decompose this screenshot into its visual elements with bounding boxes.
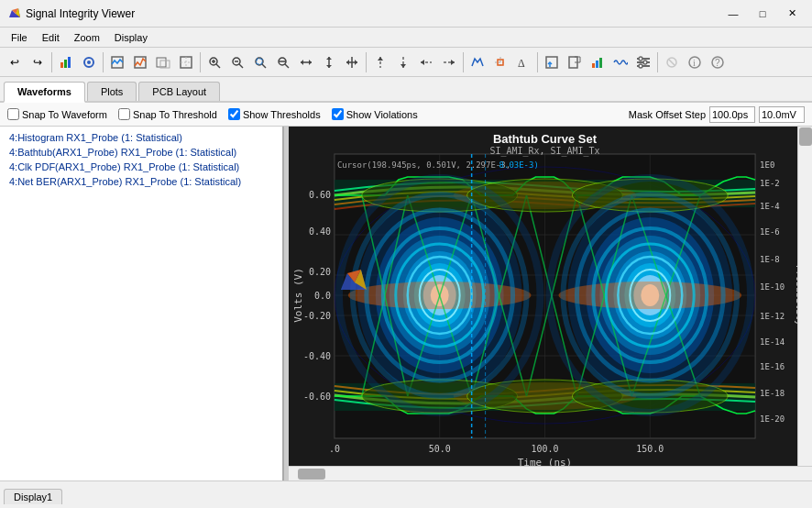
horizontal-scrollbar[interactable]: [289, 466, 812, 480]
svg-text:i: i: [693, 58, 696, 68]
waveform-item-0[interactable]: 4:Histogram RX1_Probe (1: Statistical): [5, 130, 277, 145]
show-violations-label: Show Violations: [346, 109, 418, 120]
chart-plot[interactable]: 0.60 0.40 0.20 0.0 -0.20 -0.40 -0.60 .0 …: [289, 127, 812, 466]
menu-display[interactable]: Display: [107, 30, 155, 45]
main-area: 4:Histogram RX1_Probe (1: Statistical) 4…: [0, 127, 812, 480]
status-bar: Display1: [0, 480, 812, 504]
close-button[interactable]: ✕: [779, 6, 805, 22]
vertical-scrollbar[interactable]: [797, 127, 812, 466]
toolbar-zoom-out2[interactable]: [272, 51, 294, 73]
menu-zoom[interactable]: Zoom: [67, 30, 107, 45]
svg-point-59: [639, 57, 642, 61]
snap-to-waveform-checkbox[interactable]: [7, 108, 19, 120]
waveform-item-2[interactable]: 4:Clk PDF(ARX1_Probe) RX1_Probe (1: Stat…: [5, 160, 277, 174]
show-violations-option[interactable]: Show Violations: [332, 108, 418, 120]
snap-to-threshold-checkbox[interactable]: [118, 108, 130, 120]
svg-line-63: [669, 60, 675, 65]
show-violations-checkbox[interactable]: [332, 108, 344, 120]
toolbar-img3[interactable]: [152, 51, 174, 73]
tab-pcb-layout[interactable]: PCB Layout: [138, 82, 220, 101]
svg-text:Cursor(198.945ps, 0.501V, 2.29: Cursor(198.945ps, 0.501V, 2.297E-3,: [337, 160, 510, 170]
menu-bar: File Edit Zoom Display: [0, 28, 812, 48]
snap-to-waveform-option[interactable]: Snap To Waveform: [7, 108, 107, 120]
svg-rect-3: [60, 62, 63, 68]
mask-offset-time-input[interactable]: [709, 106, 755, 123]
toolbar-zoom-fit-y[interactable]: [318, 51, 340, 73]
svg-text:1E-2: 1E-2: [760, 179, 780, 188]
svg-text:0.60: 0.60: [309, 190, 331, 200]
minimize-button[interactable]: —: [720, 6, 746, 22]
tab-plots[interactable]: Plots: [87, 82, 137, 101]
toolbar-export2[interactable]: [564, 51, 586, 73]
svg-text:100.0: 100.0: [531, 444, 558, 454]
svg-marker-41: [401, 64, 406, 68]
toolbar-meas1[interactable]: [466, 51, 488, 73]
display1-tab[interactable]: Display1: [4, 489, 62, 504]
toolbar-zoom-box[interactable]: [249, 51, 271, 73]
menu-file[interactable]: File: [4, 30, 35, 45]
svg-text:1E-4: 1E-4: [760, 202, 780, 211]
toolbar-sep-3: [200, 52, 201, 72]
svg-point-100: [558, 282, 741, 309]
toolbar-help[interactable]: ?: [707, 51, 729, 73]
toolbar-undo[interactable]: ↩: [4, 51, 26, 73]
toolbar-chart[interactable]: [587, 51, 609, 73]
title-bar: Signal Integrity Viewer — □ ✕: [0, 0, 812, 28]
svg-text:150.0: 150.0: [636, 444, 664, 454]
waveform-item-3[interactable]: 4:Net BER(ARX1_Probe) RX1_Probe (1: Stat…: [5, 174, 277, 189]
toolbar-cursor-right[interactable]: [438, 51, 460, 73]
toolbar-img1[interactable]: [106, 51, 128, 73]
svg-text:8.03E-3): 8.03E-3): [499, 160, 539, 170]
mask-offset-voltage-input[interactable]: [759, 106, 805, 123]
show-thresholds-option[interactable]: Show Thresholds: [228, 108, 321, 120]
svg-text:1E-14: 1E-14: [760, 337, 785, 347]
toolbar-disabled1: [661, 51, 683, 73]
show-thresholds-checkbox[interactable]: [228, 108, 240, 120]
svg-marker-36: [346, 60, 349, 65]
toolbar-meas2[interactable]: [489, 51, 511, 73]
chart-wrapper: 0.60 0.40 0.20 0.0 -0.20 -0.40 -0.60 .0 …: [289, 127, 812, 480]
svg-marker-33: [326, 65, 332, 68]
toolbar-settings[interactable]: [632, 51, 654, 73]
toolbar-info[interactable]: i: [684, 51, 706, 73]
menu-edit[interactable]: Edit: [35, 30, 67, 45]
waveform-list-panel: 4:Histogram RX1_Probe (1: Statistical) 4…: [0, 127, 284, 480]
svg-text:Time (ns): Time (ns): [518, 457, 572, 466]
toolbar-sep-7: [657, 52, 658, 72]
toolbar-cursor-valley[interactable]: [392, 51, 414, 73]
svg-text:1E-8: 1E-8: [760, 255, 780, 264]
toolbar-zoom-full[interactable]: [341, 51, 363, 73]
toolbar-img4[interactable]: [175, 51, 197, 73]
svg-text:1E-16: 1E-16: [760, 362, 785, 371]
toolbar-zoom-out[interactable]: [226, 51, 248, 73]
toolbar-zoom-fit-x[interactable]: [295, 51, 317, 73]
toolbar-cursor-left[interactable]: [415, 51, 437, 73]
toolbar-img2[interactable]: [129, 51, 151, 73]
mask-offset-label: Mask Offset Step: [629, 109, 706, 120]
toolbar-circle[interactable]: [78, 51, 100, 73]
svg-text:1E-10: 1E-10: [760, 282, 785, 292]
toolbar-zoom-in[interactable]: [203, 51, 225, 73]
svg-point-61: [639, 64, 642, 68]
mask-offset-group: Mask Offset Step: [629, 106, 805, 123]
tabs-bar: Waveforms Plots PCB Layout: [0, 77, 812, 103]
tab-waveforms[interactable]: Waveforms: [4, 82, 85, 103]
toolbar-export1[interactable]: [541, 51, 563, 73]
toolbar-cursor-peak[interactable]: [369, 51, 391, 73]
show-thresholds-label: Show Thresholds: [243, 109, 321, 120]
toolbar-wave[interactable]: [609, 51, 631, 73]
maximize-button[interactable]: □: [750, 6, 775, 22]
svg-text:Δ: Δ: [518, 57, 525, 70]
app-icon: [7, 5, 22, 22]
svg-text:1E-18: 1E-18: [760, 389, 785, 398]
toolbar-signal[interactable]: [55, 51, 77, 73]
svg-rect-9: [135, 57, 146, 68]
snap-to-waveform-label: Snap To Waveform: [22, 109, 107, 120]
waveform-item-1[interactable]: 4:Bathtub(ARX1_Probe) RX1_Probe (1: Stat…: [5, 145, 277, 160]
toolbar-redo[interactable]: ↪: [27, 51, 49, 73]
toolbar-meas3[interactable]: Δ: [512, 51, 534, 73]
toolbar-sep-6: [537, 52, 538, 72]
window-controls: — □ ✕: [720, 6, 805, 22]
snap-to-threshold-option[interactable]: Snap To Threshold: [118, 108, 217, 120]
svg-rect-54: [596, 61, 598, 68]
